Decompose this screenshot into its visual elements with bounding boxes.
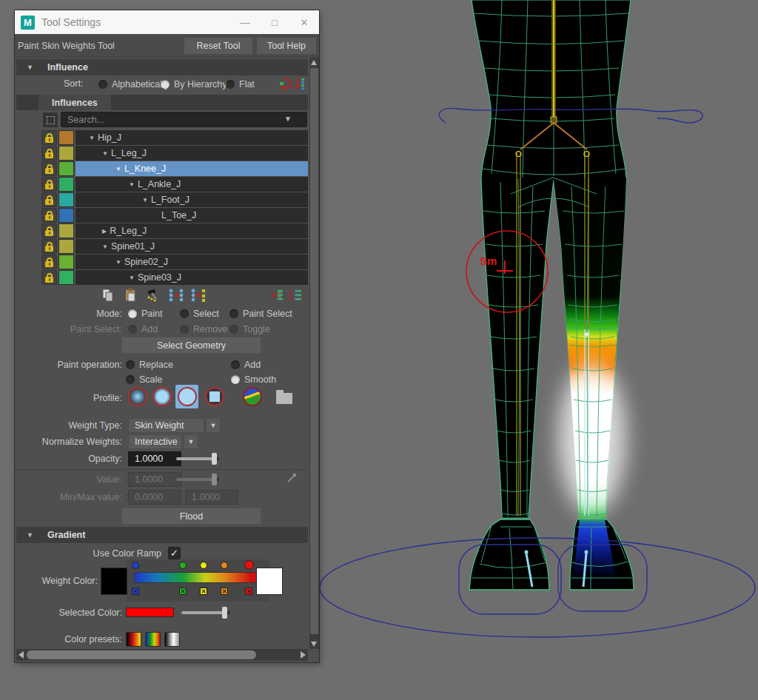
maximize-button[interactable]: □ — [260, 10, 289, 34]
weight-color-start-swatch[interactable] — [101, 568, 127, 595]
reset-tool-button[interactable]: Reset Tool — [184, 37, 253, 55]
browse-stamps-folder-icon[interactable] — [272, 385, 295, 408]
ramp-interp-blue[interactable]: ✕ — [132, 588, 139, 595]
value-slider[interactable] — [176, 478, 219, 481]
sort-alphabetically-radio[interactable]: Alphabetically — [98, 78, 169, 90]
paint-select-add-radio[interactable]: Add — [128, 323, 158, 334]
search-input[interactable] — [61, 112, 307, 127]
influence-row-spine03[interactable]: ▼Spine03_J — [41, 270, 308, 285]
select-marquee-icon[interactable] — [43, 112, 58, 127]
joint-color-swatch[interactable] — [58, 208, 74, 223]
lock-icon[interactable] — [41, 255, 57, 269]
ramp-handle-yellow[interactable] — [200, 562, 207, 569]
preset-black-red-yellow[interactable] — [126, 632, 141, 647]
paint-select-remove-radio[interactable]: Remove — [180, 323, 228, 334]
ramp-handle-red-selected[interactable] — [244, 560, 254, 570]
tool-help-button[interactable]: Tool Help — [256, 37, 317, 55]
paint-select-toggle-radio[interactable]: Toggle — [229, 323, 270, 334]
joint-color-swatch[interactable] — [58, 255, 74, 269]
use-color-ramp-checkbox[interactable]: ✓ — [168, 547, 181, 559]
scroll-right-icon[interactable] — [301, 651, 306, 659]
color-ramp-gradient-bar[interactable] — [134, 572, 257, 583]
influence-row-l-knee-selected[interactable]: ▼L_Knee_J — [41, 161, 308, 176]
scroll-up-icon[interactable] — [311, 60, 317, 65]
joint-color-swatch[interactable] — [58, 177, 74, 192]
horizontal-scrollbar[interactable] — [16, 649, 308, 661]
gradient-section-header[interactable]: ▼ Gradient — [16, 527, 308, 543]
brush-square-button[interactable] — [203, 385, 226, 408]
copy-weights-icon[interactable] — [99, 287, 117, 303]
lock-icon[interactable] — [41, 239, 57, 254]
chevron-down-icon[interactable]: ▼ — [206, 418, 221, 433]
influence-row-l-ankle[interactable]: ▼L_Ankle_J — [41, 177, 308, 192]
selected-color-swatch[interactable] — [126, 608, 174, 617]
vertical-scroll-thumb[interactable] — [310, 68, 318, 634]
influence-row-hip[interactable]: ▼Hip_J — [41, 130, 308, 145]
joint-color-swatch[interactable] — [58, 161, 74, 176]
lock-icon[interactable] — [41, 146, 57, 161]
paintop-add-radio[interactable]: Add — [231, 359, 261, 370]
ramp-handle-green[interactable] — [179, 562, 187, 569]
brush-image-stamp-button[interactable] — [241, 385, 264, 408]
opacity-input[interactable]: 1.0000 — [128, 451, 181, 466]
joint-color-swatch[interactable] — [58, 192, 74, 207]
select-geometry-button[interactable]: Select Geometry — [121, 337, 261, 354]
preset-rainbow[interactable] — [145, 632, 161, 647]
refresh-influences-icon[interactable] — [280, 78, 292, 92]
minimize-button[interactable]: — — [230, 10, 260, 34]
joint-color-swatch[interactable] — [58, 146, 74, 161]
influence-row-l-toe[interactable]: L_Toe_J — [41, 208, 308, 223]
lock-icon[interactable] — [41, 270, 57, 285]
joint-color-swatch[interactable] — [58, 239, 74, 254]
weight-list-icon[interactable] — [287, 287, 305, 303]
influence-section-header[interactable]: ▼ Influence — [16, 59, 308, 75]
min-value-input[interactable]: 0.0000 — [128, 490, 181, 505]
scroll-down-icon[interactable] — [311, 642, 317, 647]
move-weights-icon[interactable] — [167, 287, 185, 303]
lock-icon[interactable] — [41, 130, 57, 145]
ramp-interp-yellow[interactable]: ✕ — [200, 588, 207, 595]
influence-row-spine02[interactable]: ▼Spine02_J — [41, 255, 308, 269]
ramp-interp-orange[interactable]: ✕ — [221, 588, 228, 595]
scroll-left-icon[interactable] — [19, 651, 24, 659]
influence-row-l-foot[interactable]: ▼L_Foot_J — [41, 192, 308, 207]
selected-color-slider[interactable] — [181, 611, 230, 614]
influence-row-spine01[interactable]: ▼Spine01_J — [41, 239, 308, 254]
chevron-down-icon[interactable]: ▼ — [184, 434, 198, 449]
tab-influences[interactable]: Influences — [38, 95, 111, 110]
preset-grayscale[interactable] — [164, 632, 180, 647]
lock-icon[interactable] — [41, 192, 57, 207]
color-ramp-widget[interactable]: ✕ ✕ ✕ ✕ ✕ — [127, 559, 269, 602]
window-titlebar[interactable]: M Tool Settings — □ ✕ — [15, 10, 319, 34]
sort-flat-radio[interactable]: Flat — [226, 78, 255, 90]
lock-icon[interactable] — [41, 177, 57, 192]
brush-gaussian-button[interactable] — [126, 385, 149, 408]
ramp-handle-blue[interactable] — [132, 562, 139, 569]
horizontal-scroll-thumb[interactable] — [27, 650, 256, 659]
ramp-interp-red[interactable]: ✕ — [245, 588, 252, 595]
influence-row-r-leg[interactable]: ▶R_Leg_J — [41, 223, 308, 238]
eyedropper-icon[interactable] — [286, 472, 298, 486]
mode-select-radio[interactable]: Select — [180, 308, 219, 319]
sort-by-hierarchy-radio[interactable]: By Hierarchy — [161, 78, 227, 90]
brush-solid-button-selected[interactable] — [175, 385, 198, 408]
joint-color-swatch[interactable] — [58, 223, 74, 238]
value-input[interactable]: 1.0000 — [128, 472, 181, 487]
weight-color-end-swatch[interactable] — [256, 568, 283, 595]
paintop-smooth-radio[interactable]: Smooth — [231, 374, 276, 385]
brush-soft-button[interactable] — [150, 385, 173, 408]
joint-color-swatch[interactable] — [58, 270, 74, 285]
max-value-input[interactable]: 1.0000 — [185, 490, 238, 505]
joint-color-swatch[interactable] — [58, 130, 74, 145]
hammer-weights-icon[interactable] — [144, 287, 161, 303]
ramp-handle-orange[interactable] — [221, 562, 228, 569]
lock-icon[interactable] — [41, 223, 57, 238]
lock-icon[interactable] — [41, 161, 57, 176]
sort-order-icon[interactable] — [295, 78, 307, 92]
mode-paint-radio[interactable]: Paint — [128, 308, 163, 319]
move-weights-selected-icon[interactable] — [190, 287, 207, 303]
flood-button[interactable]: Flood — [121, 508, 261, 525]
paintop-replace-radio[interactable]: Replace — [126, 359, 173, 370]
vertical-scrollbar[interactable] — [309, 58, 319, 649]
opacity-slider[interactable] — [176, 457, 219, 460]
